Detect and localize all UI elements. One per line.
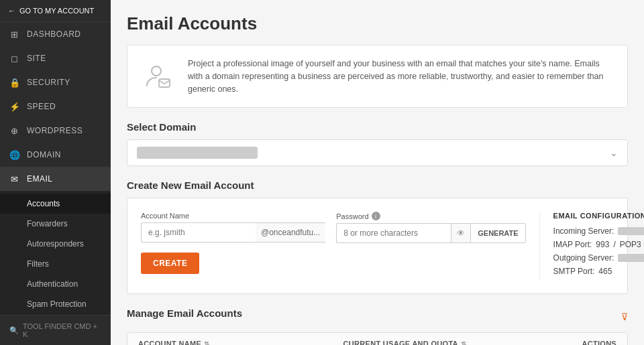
smtp-port-row: SMTP Port: 465 bbox=[553, 267, 644, 276]
col-account-name: Account Name ⇅ bbox=[138, 340, 343, 345]
outgoing-server-label: Outgoing Server: bbox=[553, 253, 614, 263]
search-icon: 🔍 bbox=[9, 326, 19, 335]
col-usage-label: Current Usage and Quota bbox=[343, 340, 458, 345]
sidebar-item-label: Security bbox=[27, 78, 70, 87]
sidebar: ← GO TO MY ACCOUNT ⊞ Dashboard ◻ Site 🔒 … bbox=[0, 0, 111, 345]
select-domain-title: Select Domain bbox=[127, 121, 628, 133]
sidebar-item-site[interactable]: ◻ Site bbox=[0, 46, 111, 70]
domain-placeholder-bar bbox=[137, 147, 258, 159]
create-button[interactable]: CREATE bbox=[141, 253, 199, 274]
outgoing-server-row: Outgoing Server: bbox=[553, 253, 644, 263]
email-submenu: Accounts Forwarders Autoresponders Filte… bbox=[0, 191, 111, 315]
password-info-icon[interactable]: i bbox=[372, 212, 380, 220]
manage-header: Manage Email Accounts ⊽ bbox=[127, 307, 628, 326]
domain-icon: 🌐 bbox=[9, 149, 20, 160]
eye-icon[interactable]: 👁 bbox=[451, 223, 470, 243]
domain-select[interactable]: ⌄ bbox=[127, 139, 628, 166]
password-field: Password i 👁 GENERATE bbox=[336, 212, 525, 243]
account-name-field: Account Name @onceandfutu... bbox=[141, 212, 325, 243]
account-name-label: Account Name bbox=[141, 212, 325, 220]
go-back-link[interactable]: ← GO TO MY ACCOUNT bbox=[0, 0, 111, 22]
email-config-title: EMAIL CONFIGURATION bbox=[553, 212, 644, 220]
col-usage: Current Usage and Quota ⇅ bbox=[343, 340, 549, 345]
go-back-label: GO TO MY ACCOUNT bbox=[19, 7, 94, 15]
dashboard-icon: ⊞ bbox=[9, 29, 20, 40]
create-email-card: Account Name @onceandfutu... Password i … bbox=[127, 198, 628, 294]
outgoing-server-bar bbox=[618, 254, 644, 262]
create-form: Account Name @onceandfutu... Password i … bbox=[141, 212, 526, 274]
smtp-port-value: 465 bbox=[598, 267, 612, 276]
password-input-group: 👁 GENERATE bbox=[336, 223, 525, 243]
arrow-left-icon: ← bbox=[8, 7, 15, 15]
page-title: Email Accounts bbox=[127, 13, 628, 34]
sidebar-sub-filters[interactable]: Filters bbox=[0, 254, 111, 274]
sidebar-item-label: Domain bbox=[27, 150, 61, 159]
imap-port-value: 993 bbox=[596, 240, 609, 249]
separator: / bbox=[613, 240, 615, 249]
sort-usage-icon[interactable]: ⇅ bbox=[461, 340, 466, 345]
sidebar-item-speed[interactable]: ⚡ Speed bbox=[0, 94, 111, 119]
sidebar-item-label: Dashboard bbox=[27, 29, 81, 39]
smtp-port-label: SMTP Port: bbox=[553, 267, 595, 276]
email-icon: ✉ bbox=[9, 174, 20, 184]
sidebar-item-security[interactable]: 🔒 Security bbox=[0, 70, 111, 94]
domain-suffix-text: @onceandfutu... bbox=[256, 222, 325, 243]
password-label-row: Password i bbox=[336, 212, 525, 220]
col-account-name-label: Account Name bbox=[138, 340, 201, 345]
incoming-server-bar bbox=[618, 227, 644, 235]
tool-finder[interactable]: 🔍 TOOL FINDER CMD + K bbox=[0, 315, 111, 345]
pop3-port-label: POP3 Port: bbox=[620, 240, 644, 249]
sidebar-item-label: Email bbox=[27, 174, 53, 184]
email-config-panel: EMAIL CONFIGURATION Incoming Server: IMA… bbox=[539, 212, 644, 280]
account-name-input[interactable] bbox=[141, 222, 256, 243]
security-icon: 🔒 bbox=[9, 77, 20, 88]
sidebar-sub-spam-protection[interactable]: Spam Protection bbox=[0, 294, 111, 314]
sidebar-sub-accounts[interactable]: Accounts bbox=[0, 194, 111, 214]
sidebar-sub-authentication[interactable]: Authentication bbox=[0, 274, 111, 294]
sidebar-nav: ⊞ Dashboard ◻ Site 🔒 Security ⚡ Speed ⊕ … bbox=[0, 22, 111, 315]
generate-button[interactable]: GENERATE bbox=[470, 223, 525, 243]
incoming-server-row: Incoming Server: bbox=[553, 226, 644, 236]
email-accounts-table: Account Name ⇅ Current Usage and Quota ⇅… bbox=[127, 332, 628, 345]
tool-finder-label: TOOL FINDER CMD + K bbox=[23, 322, 101, 338]
imap-port-row: IMAP Port: 993 / POP3 Port: 995 bbox=[553, 240, 644, 249]
speed-icon: ⚡ bbox=[9, 101, 20, 112]
chevron-down-icon: ⌄ bbox=[610, 147, 618, 158]
sidebar-item-label: WordPress bbox=[27, 126, 83, 135]
sidebar-item-label: Site bbox=[27, 54, 46, 63]
wordpress-icon: ⊕ bbox=[9, 125, 20, 136]
form-row-inputs: Account Name @onceandfutu... Password i … bbox=[141, 212, 526, 243]
sidebar-item-domain[interactable]: 🌐 Domain bbox=[0, 143, 111, 167]
sidebar-sub-autoresponders[interactable]: Autoresponders bbox=[0, 234, 111, 254]
password-input[interactable] bbox=[336, 223, 451, 243]
svg-rect-1 bbox=[159, 79, 170, 87]
table-header: Account Name ⇅ Current Usage and Quota ⇅… bbox=[127, 333, 627, 345]
site-icon: ◻ bbox=[9, 53, 20, 64]
info-banner-text: Project a professional image of yourself… bbox=[188, 58, 614, 95]
main-content: Email Accounts Project a professional im… bbox=[111, 0, 644, 345]
imap-port-label: IMAP Port: bbox=[553, 240, 592, 249]
sort-name-icon[interactable]: ⇅ bbox=[204, 340, 209, 345]
svg-point-0 bbox=[152, 66, 161, 76]
email-accounts-icon bbox=[141, 60, 174, 93]
sidebar-item-wordpress[interactable]: ⊕ WordPress bbox=[0, 119, 111, 143]
sidebar-sub-forwarders[interactable]: Forwarders bbox=[0, 214, 111, 234]
col-actions-label: Actions bbox=[582, 340, 616, 345]
account-name-input-group: @onceandfutu... bbox=[141, 222, 325, 243]
col-actions: Actions bbox=[548, 340, 616, 345]
create-section-title: Create New Email Account bbox=[127, 180, 628, 191]
filter-icon[interactable]: ⊽ bbox=[621, 312, 628, 322]
manage-section-title: Manage Email Accounts bbox=[127, 307, 242, 319]
info-banner: Project a professional image of yourself… bbox=[127, 45, 628, 108]
sidebar-item-email[interactable]: ✉ Email bbox=[0, 167, 111, 191]
sidebar-item-label: Speed bbox=[27, 102, 56, 111]
incoming-server-label: Incoming Server: bbox=[553, 226, 614, 236]
sidebar-item-dashboard[interactable]: ⊞ Dashboard bbox=[0, 22, 111, 46]
password-label: Password bbox=[336, 212, 368, 220]
